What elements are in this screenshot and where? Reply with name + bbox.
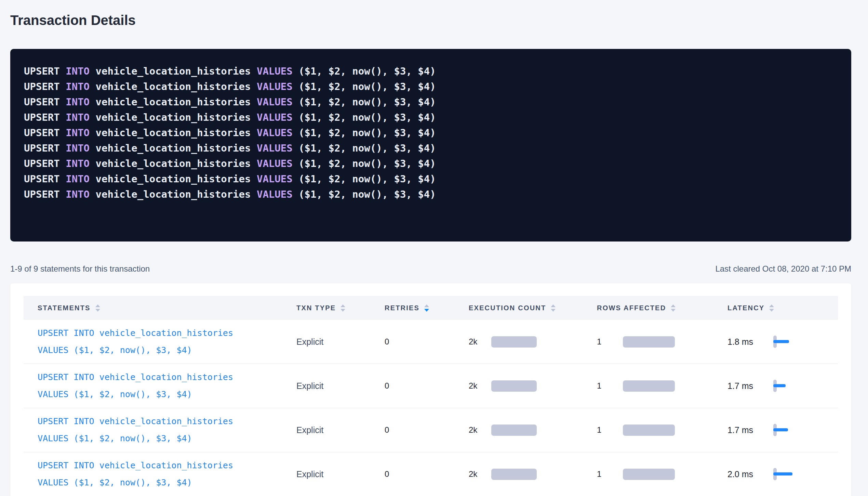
table-row: UPSERT INTO vehicle_location_historiesVA… [24,320,838,364]
sort-asc-icon [424,304,429,307]
statement-line-2: VALUES ($1, $2, now(), $3, $4) [38,430,233,447]
sql-statements-box: UPSERT INTO vehicle_location_histories V… [10,49,851,242]
sql-text: UPSERT [24,81,66,92]
sql-text: UPSERT [24,65,66,77]
sql-text: ($1, $2, now(), $3, $4) [298,65,436,77]
retries-value: 0 [385,337,389,347]
sql-text: ($1, $2, now(), $3, $4) [298,127,436,139]
statement-cell: UPSERT INTO vehicle_location_historiesVA… [24,369,291,403]
statement-line-2: VALUES ($1, $2, now(), $3, $4) [38,386,233,403]
sql-text: vehicle_location_histories [96,127,257,139]
column-header-statements[interactable]: STATEMENTS [24,304,291,312]
sort-arrows-icon [95,304,100,312]
execution-count-cell: 2k [463,469,591,480]
table-body: UPSERT INTO vehicle_location_historiesVA… [24,320,838,496]
sql-keyword: INTO [66,142,95,154]
statement-line-2: VALUES ($1, $2, now(), $3, $4) [38,474,233,491]
column-header-rows-affected[interactable]: ROWS AFFECTED [591,304,723,312]
retries-cell: 0 [379,381,463,391]
sql-text: UPSERT [24,112,66,123]
sort-asc-icon [95,304,100,307]
sql-code-line: UPSERT INTO vehicle_location_histories V… [24,156,838,171]
column-header-latency[interactable]: LATENCY [723,304,838,312]
rows-affected-cell: 1 [591,380,723,392]
sort-arrows-icon [424,304,429,312]
sort-desc-icon [769,309,774,312]
sql-keyword: INTO [66,65,95,77]
txn-type-cell: Explicit [291,381,379,391]
execution-count-cell: 2k [463,425,591,436]
sort-asc-icon [551,304,556,307]
latency-bar [773,340,789,343]
statement-line-1: UPSERT INTO vehicle_location_histories [38,457,233,474]
sql-text: ($1, $2, now(), $3, $4) [298,158,436,169]
column-header-execution-count[interactable]: EXECUTION COUNT [463,304,591,312]
sort-arrows-icon [769,304,774,312]
column-header-retries[interactable]: RETRIES [379,304,463,312]
rows-affected-value: 1 [597,425,623,435]
sort-desc-icon [671,309,676,312]
sql-text: vehicle_location_histories [96,188,257,200]
statement-line-2: VALUES ($1, $2, now(), $3, $4) [38,342,233,359]
txn-type-value: Explicit [296,425,323,435]
sort-arrows-icon [340,304,345,312]
column-header-txn-type[interactable]: TXN TYPE [291,304,379,312]
retries-value: 0 [385,425,389,435]
column-label: TXN TYPE [296,304,336,312]
retries-cell: 0 [379,469,463,479]
sql-text: vehicle_location_histories [96,65,257,77]
sort-arrows-icon [551,304,556,312]
statement-link[interactable]: UPSERT INTO vehicle_location_historiesVA… [38,457,233,491]
txn-type-value: Explicit [296,469,323,479]
sql-text: ($1, $2, now(), $3, $4) [298,96,436,108]
retries-cell: 0 [379,337,463,347]
execution-count-bar [491,425,537,436]
transaction-details-page: Transaction Details UPSERT INTO vehicle_… [0,0,868,496]
latency-bar [773,472,792,475]
sql-keyword: INTO [66,173,95,185]
sql-keyword: VALUES [257,81,298,92]
statement-link[interactable]: UPSERT INTO vehicle_location_historiesVA… [38,325,233,359]
sql-keyword: INTO [66,81,95,92]
latency-bar [773,428,788,431]
sql-keyword: INTO [66,112,95,123]
execution-count-value: 2k [469,381,491,391]
sql-text: UPSERT [24,173,66,185]
execution-count-bar [491,336,537,348]
sql-keyword: INTO [66,96,95,108]
statement-cell: UPSERT INTO vehicle_location_historiesVA… [24,457,291,491]
sql-keyword: VALUES [257,65,298,77]
sql-keyword: VALUES [257,127,298,139]
statement-line-1: UPSERT INTO vehicle_location_histories [38,413,233,430]
sort-asc-icon [340,304,345,307]
statement-line-1: UPSERT INTO vehicle_location_histories [38,369,233,386]
execution-count-bar [491,380,537,392]
txn-type-value: Explicit [296,381,323,391]
sql-text: vehicle_location_histories [96,142,257,154]
column-label: ROWS AFFECTED [597,304,666,312]
sort-asc-icon [769,304,774,307]
sql-code-line: UPSERT INTO vehicle_location_histories V… [24,64,838,79]
sql-keyword: INTO [66,188,95,200]
sql-code-line: UPSERT INTO vehicle_location_histories V… [24,94,838,110]
statement-range-text: 1-9 of 9 statements for this transaction [10,264,150,274]
txn-type-value: Explicit [296,337,323,347]
rows-affected-bar [623,380,675,392]
rows-affected-bar [623,425,675,436]
latency-cell: 1.7 ms [723,423,838,437]
statement-line-1: UPSERT INTO vehicle_location_histories [38,325,233,342]
sort-desc-icon [424,309,429,312]
sql-code-line: UPSERT INTO vehicle_location_histories V… [24,79,838,94]
statement-link[interactable]: UPSERT INTO vehicle_location_historiesVA… [38,413,233,447]
sql-text: ($1, $2, now(), $3, $4) [298,81,436,92]
rows-affected-value: 1 [597,469,623,479]
sql-keyword: VALUES [257,112,298,123]
txn-type-cell: Explicit [291,469,379,479]
rows-affected-value: 1 [597,381,623,391]
column-label: RETRIES [385,304,419,312]
sql-text: vehicle_location_histories [96,112,257,123]
sql-text: vehicle_location_histories [96,96,257,108]
execution-count-cell: 2k [463,336,591,348]
latency-mini-chart [773,335,801,349]
statement-link[interactable]: UPSERT INTO vehicle_location_historiesVA… [38,369,233,403]
